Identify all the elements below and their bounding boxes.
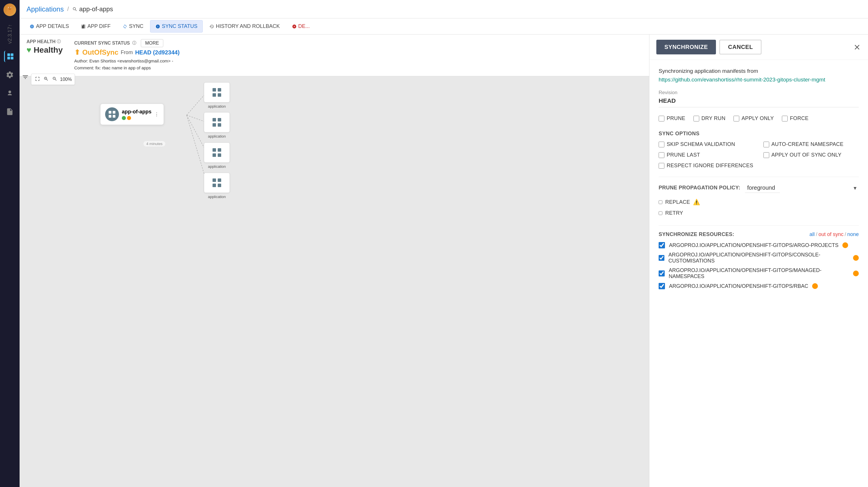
prune-policy-row: PRUNE PROPAGATION POLICY: foreground bac… <box>659 177 859 193</box>
resource-node-2[interactable]: application <box>204 142 230 163</box>
panel-header: SYNCHRONIZE CANCEL <box>649 35 868 60</box>
sync-status-dot <box>127 116 131 120</box>
repo-link[interactable]: https://github.com/evanshortiss/rht-summ… <box>659 76 826 83</box>
sync-info-icon: ⓘ <box>132 40 136 46</box>
svg-rect-20 <box>108 111 111 113</box>
node-menu-icon[interactable]: ⋮ <box>154 112 159 117</box>
sidebar-item-user[interactable] <box>4 88 16 99</box>
sync-value: ⬆ OutOfSync From HEAD (2d92344) <box>74 48 642 57</box>
replace-warning-icon: ⚠️ <box>693 199 700 205</box>
zoom-out-button[interactable] <box>51 75 58 84</box>
apply-oos-label: APPLY OUT OF SYNC ONLY <box>772 152 841 158</box>
svg-rect-8 <box>7 57 10 59</box>
top-checkbox-row: PRUNE DRY RUN APPLY ONLY FORCE <box>659 116 859 122</box>
sync-warning-icon: ⬆ <box>74 48 80 57</box>
health-value: ♥ Healthy <box>27 45 63 55</box>
resource-checkbox-0[interactable] <box>659 242 665 249</box>
resource-list: ARGOPROJ.IO/APPLICATION/OPENSHIFT-GITOPS… <box>659 242 859 289</box>
filter-none-link[interactable]: none <box>847 231 859 237</box>
skip-schema-label: SKIP SCHEMA VALIDATION <box>667 141 735 148</box>
sync-from: From <box>121 50 133 56</box>
fit-view-button[interactable] <box>34 75 41 84</box>
prune-policy-label: PRUNE PROPAGATION POLICY: <box>659 185 740 191</box>
resource-checkbox-2[interactable] <box>659 270 665 277</box>
retry-checkbox[interactable] <box>659 211 662 215</box>
respect-ignore-label: RESPECT IGNORE DIFFERENCES <box>667 163 753 169</box>
svg-rect-36 <box>213 178 216 182</box>
replace-row: REPLACE ⚠️ <box>659 199 859 205</box>
tab-delete[interactable]: × DE... <box>286 20 315 33</box>
zoom-in-button[interactable] <box>42 75 50 84</box>
apply-oos-checkbox[interactable] <box>764 152 769 158</box>
node-status <box>122 116 152 120</box>
svg-text:i: i <box>32 25 33 28</box>
apply-only-checkbox[interactable] <box>734 116 739 122</box>
retry-row: RETRY <box>659 210 859 216</box>
svg-rect-28 <box>213 118 216 122</box>
dry-run-label: DRY RUN <box>702 116 725 122</box>
sidebar-item-applications[interactable] <box>4 51 16 62</box>
app-node[interactable]: app-of-apps ⋮ <box>100 104 164 125</box>
svg-rect-7 <box>11 54 13 56</box>
resource-node-0[interactable]: application <box>204 82 230 102</box>
sync-options-title: SYNC OPTIONS <box>659 131 859 137</box>
skip-schema-checkbox[interactable] <box>659 141 664 148</box>
tab-sync[interactable]: SYNC <box>117 20 149 33</box>
tab-app-diff[interactable]: APP DIFF <box>75 20 116 33</box>
replace-checkbox[interactable] <box>659 200 662 204</box>
svg-rect-33 <box>218 148 221 152</box>
force-checkbox[interactable] <box>782 116 788 122</box>
prune-checkbox[interactable] <box>659 116 664 122</box>
svg-rect-35 <box>218 154 221 157</box>
dry-run-checkbox[interactable] <box>693 116 699 122</box>
resource-item-2: ARGOPROJ.IO/APPLICATION/OPENSHIFT-GITOPS… <box>659 267 859 280</box>
svg-rect-23 <box>113 115 115 118</box>
version-label: v2.3.17↑ <box>7 24 13 44</box>
resource-badge-1 <box>853 255 859 261</box>
app-node-name: app-of-apps <box>122 109 152 115</box>
canvas-area: APP HEALTH ⓘ ♥ Healthy CURRENT SYNC STAT… <box>20 35 649 487</box>
sync-resources-header: SYNCHRONIZE RESOURCES: all / out of sync… <box>659 225 859 237</box>
resource-badge-2 <box>853 270 859 276</box>
close-button[interactable] <box>853 43 861 51</box>
resource-badge-3 <box>812 283 818 289</box>
synchronize-button[interactable]: SYNCHRONIZE <box>656 40 716 55</box>
more-button[interactable]: MORE <box>141 39 163 47</box>
health-info-icon: ⓘ <box>57 39 61 44</box>
filter-all-link[interactable]: all <box>810 231 815 237</box>
tab-app-details[interactable]: i APP DETAILS <box>24 20 74 33</box>
force-checkbox-item: FORCE <box>782 116 809 122</box>
prune-last-label: PRUNE LAST <box>667 152 700 158</box>
tab-history-rollback[interactable]: HISTORY AND ROLLBACK <box>204 20 285 33</box>
tab-sync-status[interactable]: i SYNC STATUS <box>150 20 203 33</box>
resource-badge-0 <box>842 242 848 248</box>
health-heart-icon: ♥ <box>27 45 31 55</box>
prune-last-checkbox[interactable] <box>659 152 664 158</box>
apply-only-label: APPLY ONLY <box>742 116 774 122</box>
resource-checkbox-3[interactable] <box>659 283 665 289</box>
auto-namespace-label: AUTO-CREATE NAMESPACE <box>772 141 843 148</box>
resource-node-1[interactable]: application <box>204 112 230 132</box>
cancel-button[interactable]: CANCEL <box>719 40 762 55</box>
avatar <box>3 3 16 16</box>
breadcrumb-applications[interactable]: Applications <box>27 5 64 13</box>
filter-icon[interactable] <box>22 74 29 82</box>
breadcrumb-separator: / <box>67 6 69 12</box>
resource-name-1: ARGOPROJ.IO/APPLICATION/OPENSHIFT-GITOPS… <box>669 252 849 264</box>
svg-rect-25 <box>218 88 221 92</box>
filter-oos-link[interactable]: out of sync <box>818 231 843 237</box>
retry-label: RETRY <box>665 210 683 216</box>
resource-checkbox-1[interactable] <box>659 255 664 261</box>
respect-ignore-checkbox-item: RESPECT IGNORE DIFFERENCES <box>659 163 754 169</box>
auto-namespace-checkbox[interactable] <box>764 141 769 148</box>
sync-panel: SYNCHRONIZE CANCEL Synchronizing applica… <box>649 35 868 487</box>
sidebar: v2.3.17↑ <box>0 0 20 487</box>
prune-policy-select[interactable]: foreground background orphan <box>745 183 780 193</box>
sidebar-item-settings[interactable] <box>4 69 16 80</box>
svg-rect-29 <box>218 118 221 122</box>
prune-checkbox-item: PRUNE <box>659 116 685 122</box>
respect-ignore-checkbox[interactable] <box>659 163 664 169</box>
resource-node-3[interactable]: application <box>204 173 230 193</box>
sidebar-item-docs[interactable] <box>4 106 16 118</box>
prune-label: PRUNE <box>667 116 685 122</box>
